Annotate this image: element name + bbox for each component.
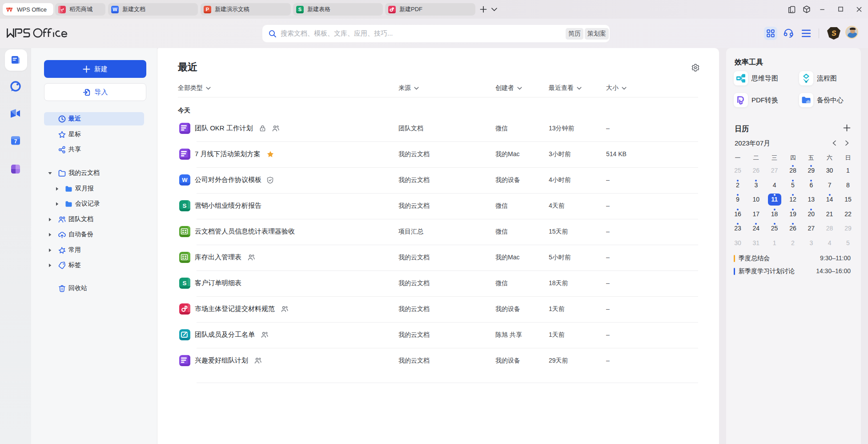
svg-text:W: W: [182, 177, 188, 183]
svg-text:7: 7: [14, 138, 17, 145]
svg-text:S: S: [182, 202, 186, 209]
svg-text:S: S: [182, 280, 186, 287]
